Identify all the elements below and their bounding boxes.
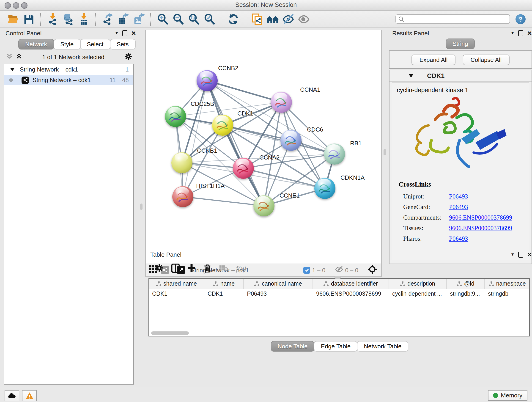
crosslink-link[interactable]: 9606.ENSP00000378699 [449,214,512,221]
help-icon[interactable]: ? [515,14,526,24]
network-node-CDKN1A[interactable] [314,178,336,199]
panel-close-icon[interactable]: ✕ [527,251,532,258]
tab-select[interactable]: Select [80,39,110,50]
network-node-CDC25B[interactable] [165,106,186,127]
zoom-in-icon[interactable] [156,13,169,26]
protein-section-header[interactable]: CDK1 [389,70,532,82]
network-node-RB1[interactable] [324,143,345,165]
collapse-all-button[interactable]: Collapse All [463,54,510,65]
tab-network-table[interactable]: Network Table [357,341,408,351]
left-splitter-handle[interactable] [140,204,143,210]
crosslink-link[interactable]: 9606.ENSP00000378699 [449,224,512,232]
network-view: CCNB2CCNA1CDC25BCDK1CDC6RB1CCNB1CCNA2CDK… [145,30,382,277]
import-network-file-icon[interactable] [46,13,59,26]
network-edge[interactable] [183,81,207,197]
tab-string[interactable]: String [446,38,475,49]
export-image-icon[interactable] [133,13,145,26]
network-node-CCNA2[interactable] [233,158,254,179]
network-node-HIST1H1A[interactable] [172,186,193,207]
horizontal-scrollbar[interactable] [151,332,189,335]
warning-button[interactable] [22,390,37,401]
import-network-database-icon[interactable] [62,13,75,26]
zoom-fit-icon[interactable] [187,13,200,26]
show-columns-icon[interactable] [171,263,180,274]
network-node-CCNB1[interactable] [171,152,192,173]
apply-layout-icon[interactable] [227,13,240,26]
tab-node-table[interactable]: Node Table [271,341,314,351]
table-cell[interactable]: CDK1 [204,289,244,298]
table-cell[interactable]: cyclin-dependent ... [389,289,447,298]
tab-edge-table[interactable]: Edge Table [314,341,358,351]
table-cell[interactable]: P06493 [244,289,313,298]
zoom-out-icon[interactable] [172,13,185,26]
show-all-icon[interactable] [298,13,310,26]
panel-menu-icon[interactable]: ▼ [510,252,515,257]
panel-close-icon[interactable]: ✕ [527,30,532,36]
search-box[interactable] [395,14,510,24]
panel-float-icon[interactable] [518,30,523,36]
memory-button[interactable]: Memory [488,390,527,401]
network-canvas[interactable]: CCNB2CCNA1CDC25BCDK1CDC6RB1CCNB1CCNA2CDK… [146,30,381,264]
column-type-icon [324,281,329,286]
hide-selected-icon[interactable] [282,13,295,26]
panel-menu-icon[interactable]: ▼ [510,31,515,35]
network-collection-row[interactable]: String Network – cdk1 1 [4,64,133,75]
table-cell[interactable]: 9606.ENSP00000378699 [313,289,389,298]
network-node-CCNA1[interactable] [271,92,292,113]
title-bar[interactable]: Session: New Session [0,0,532,11]
network-row[interactable]: String Network – cdk1 11 48 [4,75,133,85]
table-cell[interactable]: stringdb [485,289,530,298]
column-header-name[interactable]: name [204,279,244,289]
crosslink-link[interactable]: P06493 [449,235,468,242]
table-cell[interactable]: stringdb:9... [447,289,485,298]
cloud-button[interactable] [5,390,19,401]
tab-style[interactable]: Style [53,39,80,50]
column-header-shared-name[interactable]: shared name [149,279,204,289]
new-network-from-selection-icon[interactable] [251,13,264,26]
right-splitter-handle[interactable] [384,149,386,155]
network-options-gear-icon[interactable] [124,52,133,62]
table-toolbar: f(x) [155,263,532,274]
network-node-CCNE1[interactable] [253,195,274,216]
open-session-icon[interactable] [7,13,20,26]
network-edge[interactable] [183,197,264,206]
zoom-selected-icon[interactable] [203,13,216,26]
table-cell[interactable]: CDK1 [149,289,204,298]
panel-menu-icon[interactable]: ▼ [114,31,119,35]
search-input[interactable] [405,15,510,23]
panel-float-icon[interactable] [122,30,127,36]
network-node-CCNB2[interactable] [196,70,218,91]
control-panel: Control Panel ▼ ✕ NetworkStyleSelectSets… [2,29,136,384]
export-table-icon[interactable] [117,13,130,26]
crosslink-link[interactable]: P06493 [449,203,468,211]
first-neighbors-icon[interactable] [266,13,279,26]
crosslink-row: Pharos:P06493 [392,233,529,244]
column-header-namespace[interactable]: namespace [485,279,530,289]
save-session-icon[interactable] [22,13,35,26]
panel-close-icon[interactable]: ✕ [131,30,136,36]
delete-columns-icon[interactable] [203,263,211,274]
column-header-database-identifier[interactable]: database identifier [313,279,389,289]
table-gear-icon[interactable] [155,264,164,274]
expand-all-icon[interactable] [16,53,22,61]
import-table-file-icon[interactable] [77,13,90,26]
network-edge[interactable] [207,81,281,102]
network-node-CDC6[interactable] [280,130,302,151]
column-header-description[interactable]: description [389,279,447,289]
section-expand-icon[interactable] [409,74,413,77]
crosslink-row: Compartments:9606.ENSP00000378699 [392,212,529,223]
panel-float-icon[interactable] [518,251,523,257]
network-node-CDK1[interactable] [212,115,233,136]
horizontal-splitter-handle[interactable] [335,276,341,279]
create-column-icon[interactable] [187,263,196,274]
column-header-@id[interactable]: @id [447,279,485,289]
tab-network[interactable]: Network [18,39,54,50]
expand-all-button[interactable]: Expand All [412,54,456,65]
column-header-canonical-name[interactable]: canonical name [244,279,313,289]
tab-sets[interactable]: Sets [110,39,135,50]
export-network-icon[interactable] [101,13,114,26]
collection-expand-icon[interactable] [10,68,15,71]
column-type-icon [213,281,218,286]
crosslink-link[interactable]: P06493 [449,193,468,200]
collapse-all-icon[interactable] [6,53,13,61]
